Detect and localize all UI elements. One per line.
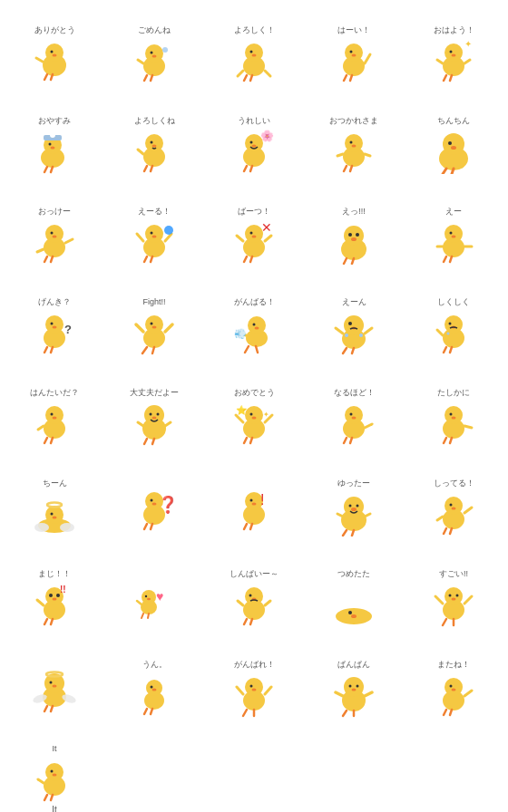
chick-svg: [131, 399, 178, 446]
sticker-cell[interactable]: ちーん: [5, 462, 104, 553]
chick-svg: [230, 671, 278, 718]
sticker-cell[interactable]: うれしい 🌸: [204, 100, 304, 190]
svg-text:⭐: ⭐: [236, 404, 248, 416]
sticker-cell[interactable]: おやすみ: [5, 100, 104, 190]
svg-point-168: [157, 413, 160, 416]
chick-svg: [31, 489, 78, 536]
svg-point-18: [252, 54, 257, 57]
sticker-cell[interactable]: ゆったー: [304, 462, 404, 553]
sticker-cell[interactable]: ばーつ！ ✕: [204, 190, 304, 281]
sticker-cell[interactable]: えー: [404, 190, 503, 281]
chick-svg: [31, 127, 78, 174]
svg-point-214: [250, 499, 253, 502]
chick-svg: [330, 671, 377, 718]
svg-point-313: [45, 763, 64, 781]
svg-line-317: [44, 795, 47, 800]
sticker-cell[interactable]: たしかに: [404, 372, 503, 462]
svg-point-152: [449, 323, 452, 325]
svg-point-306: [444, 678, 463, 696]
svg-point-194: [452, 417, 456, 420]
sticker-cell[interactable]: 大丈夫だよー: [104, 372, 204, 462]
sticker-cell[interactable]: しってる！: [404, 462, 503, 553]
sticker-cell[interactable]: !: [204, 462, 304, 553]
svg-point-33: [452, 54, 456, 57]
svg-line-83: [51, 256, 53, 262]
svg-line-235: [450, 528, 452, 534]
sticker-cell[interactable]: すごい!!: [404, 553, 503, 643]
svg-line-178: [236, 415, 243, 422]
sticker-cell[interactable]: おつかれさま: [304, 100, 404, 190]
sticker-cell[interactable]: はんたいだ？: [5, 372, 104, 462]
svg-point-25: [350, 51, 353, 53]
sticker-cell[interactable]: よろしく！: [204, 9, 304, 100]
sticker-cell[interactable]: なるほど！: [304, 372, 404, 462]
sticker-cell[interactable]: Fight!!: [104, 281, 204, 372]
svg-point-125: [145, 315, 163, 334]
svg-line-302: [365, 692, 372, 696]
svg-point-159: [45, 406, 64, 424]
svg-text:🌸: 🌸: [260, 129, 274, 142]
sticker-cell[interactable]: えーん: [304, 281, 404, 372]
svg-point-111: [450, 232, 453, 235]
svg-line-311: [450, 710, 452, 715]
svg-line-183: [250, 438, 252, 443]
sticker-cell[interactable]: [5, 643, 104, 734]
sticker-cell[interactable]: おはよう！ ✦: [404, 9, 503, 100]
sticker-cell[interactable]: つめたた: [304, 553, 404, 643]
sticker-cell[interactable]: ❓: [104, 462, 204, 553]
svg-point-77: [45, 225, 64, 243]
sticker-cell[interactable]: おっけー: [5, 190, 104, 281]
sticker-cell[interactable]: えーる！: [104, 190, 204, 281]
svg-point-90: [164, 226, 173, 235]
svg-line-80: [65, 239, 73, 243]
svg-point-134: [253, 324, 256, 326]
sticker-cell[interactable]: げんき？ ?: [5, 281, 104, 372]
svg-point-106: [351, 237, 357, 241]
svg-line-123: [51, 347, 53, 353]
sticker-cell[interactable]: えっ!!!: [304, 190, 404, 281]
svg-point-275: [50, 682, 53, 684]
chick-svg-it: [31, 756, 78, 803]
svg-point-103: [344, 226, 364, 246]
svg-line-226: [343, 530, 347, 536]
svg-point-221: [349, 505, 352, 508]
svg-line-318: [51, 795, 53, 800]
svg-point-307: [450, 685, 453, 688]
svg-line-196: [444, 438, 446, 443]
chick-svg: [230, 580, 278, 627]
sticker-cell[interactable]: しくしく: [404, 281, 503, 372]
sticker-cell[interactable]: よろしくね: [104, 100, 204, 190]
sticker-cell[interactable]: まじ！！ !!: [5, 553, 104, 643]
svg-line-270: [464, 596, 472, 604]
svg-line-29: [350, 75, 352, 81]
svg-text:💨: 💨: [234, 327, 247, 340]
sticker-cell[interactable]: またね！: [404, 643, 503, 734]
svg-line-89: [165, 234, 171, 241]
sticker-cell[interactable]: がんばる！ 💨: [204, 281, 304, 372]
chick-svg: [430, 671, 477, 718]
sticker-cell-it[interactable]: It It: [5, 734, 104, 812]
sticker-cell[interactable]: はーい！: [304, 9, 404, 100]
sticker-cell[interactable]: しんぱいー～: [204, 553, 304, 643]
svg-point-283: [146, 680, 162, 696]
svg-line-68: [344, 166, 347, 171]
svg-line-218: [250, 524, 252, 529]
sticker-cell[interactable]: ぱんぱん: [304, 643, 404, 734]
svg-point-289: [245, 678, 263, 696]
chick-svg: [131, 671, 178, 718]
svg-line-162: [38, 426, 44, 430]
svg-line-145: [365, 328, 372, 334]
svg-text:!: !: [260, 492, 264, 508]
svg-point-254: [245, 587, 263, 605]
sticker-cell[interactable]: がんばれ！: [204, 643, 304, 734]
sticker-cell[interactable]: ごめんね: [104, 9, 204, 100]
sticker-cell[interactable]: おめでとう ⭐ ✦: [204, 372, 304, 462]
svg-point-247: [145, 595, 147, 597]
sticker-cell[interactable]: ありがとう: [5, 9, 104, 100]
sticker-cell[interactable]: うん。: [104, 643, 204, 734]
svg-point-240: [53, 598, 57, 601]
sticker-cell[interactable]: ♥: [104, 553, 204, 643]
svg-point-72: [448, 141, 452, 145]
sticker-cell[interactable]: ちんちん: [404, 100, 503, 190]
chick-svg: ⭐ ✦: [230, 399, 278, 446]
